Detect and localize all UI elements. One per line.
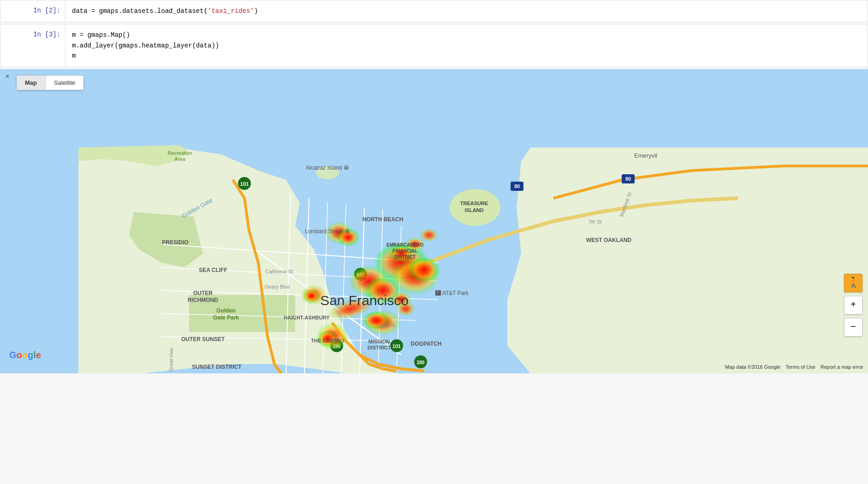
terms-of-use-link[interactable]: Terms of Use — [785, 364, 815, 370]
hwy-80-text-1: 80 — [514, 183, 520, 189]
cell-3-content: m = gmaps.Map() m.add_layer(gmaps.heatma… — [65, 24, 868, 66]
label-recreation1: Recreation — [167, 150, 192, 156]
label-embarcadero3: DISTRICT — [394, 254, 416, 260]
hwy-101-text-3: 101 — [392, 343, 401, 349]
map-output: × — [0, 69, 868, 373]
satellite-tab[interactable]: Satellite — [46, 76, 83, 90]
sf-peninsula — [78, 148, 397, 373]
google-logo: Google — [9, 350, 41, 360]
map-tab[interactable]: Map — [17, 76, 45, 90]
label-sea-cliff: SEA CLIFF — [199, 267, 227, 273]
label-haight: HAIGHT-ASHBURY — [284, 315, 330, 320]
google-g: G — [9, 350, 17, 360]
label-great-hwy: Great Hwy — [168, 347, 174, 371]
label-california-st: California St — [265, 269, 293, 274]
hwy-80-text-2: 80 — [625, 176, 631, 182]
label-dogpatch: DOGPATCH — [411, 341, 442, 347]
code-text: data = gmaps.datasets.load_dataset( — [72, 7, 208, 15]
pegman-button[interactable]: 🚶 — [844, 274, 862, 292]
label-castro: THE CASTRO — [311, 338, 344, 343]
code-line-2: m.add_layer(gmaps.heatmap_layer(data)) — [72, 41, 861, 51]
map-type-control: Map Satellite — [17, 76, 83, 90]
heatspot-haight2 — [303, 289, 320, 303]
map-svg: 101 101 101 80 80 280 280 1 — [0, 69, 868, 373]
report-map-error-link[interactable]: Report a map error — [820, 364, 863, 370]
label-sunset: SUNSET DISTRICT — [192, 364, 242, 370]
label-outer-richmond2: RICHMOND — [188, 297, 218, 303]
close-button[interactable]: × — [3, 72, 12, 81]
label-att-park: 🅿 AT&T Park — [435, 290, 469, 296]
code-paren: ) — [254, 7, 258, 15]
label-mission1: MISSION — [369, 339, 390, 344]
label-lombard: Lombard Street 🏛 — [305, 228, 350, 235]
zoom-in-button[interactable]: + — [844, 296, 862, 314]
east-bay — [507, 148, 868, 373]
label-north-beach: NORTH BEACH — [363, 216, 404, 223]
label-emeryville: Emeryvil — [634, 152, 657, 159]
label-geary: Geary Blvd — [265, 284, 290, 289]
heatspot-soma2 — [408, 257, 440, 283]
code-string: 'taxi_rides' — [208, 7, 254, 15]
label-gg-park2: Gate Park — [213, 314, 239, 321]
label-bernal: BERNAL HEIGHTS — [345, 373, 393, 373]
label-gg-park1: Golden — [216, 307, 235, 314]
label-sf-main: San Francisco — [320, 293, 409, 308]
map-container[interactable]: 101 101 101 80 80 280 280 1 — [0, 69, 868, 373]
cell-2: In [2]: data = gmaps.datasets.load_datas… — [0, 0, 868, 22]
map-controls-right: 🚶 + − — [844, 274, 862, 336]
code-line-1: m = gmaps.Map() — [72, 30, 861, 40]
label-embarcadero1: EMBARCADERO — [386, 242, 423, 248]
hwy-101-text-1: 101 — [240, 181, 249, 187]
cell-2-content: data = gmaps.datasets.load_dataset('taxi… — [65, 0, 868, 22]
label-embarcadero2: FINANCIAL — [392, 248, 417, 254]
cell-3-prompt: In [3]: — [0, 24, 65, 45]
map-data-copyright: Map data ©2016 Google — [725, 364, 780, 370]
label-presidio: PRESIDIO — [162, 239, 188, 246]
google-g2: g — [28, 350, 33, 360]
code-line-3: m — [72, 51, 861, 61]
google-o2: o — [22, 350, 28, 360]
map-attribution: Map data ©2016 Google Terms of Use Repor… — [725, 364, 863, 370]
label-7th-st: 7th St — [589, 219, 602, 224]
label-west-oakland: WEST OAKLAND — [586, 237, 631, 243]
label-16th: 16th St — [380, 323, 396, 328]
zoom-out-button[interactable]: − — [844, 318, 862, 336]
label-alcatraz: Alcatraz Island 🏛 — [306, 165, 349, 171]
notebook: In [2]: data = gmaps.datasets.load_datas… — [0, 0, 868, 373]
label-outer-richmond1: OUTER — [193, 290, 213, 296]
label-treasure-island2: ISLAND — [465, 207, 484, 213]
hwy-280-text-1: 280 — [417, 360, 425, 365]
cell-3: In [3]: m = gmaps.Map() m.add_layer(gmap… — [0, 24, 868, 67]
cell-2-prompt: In [2]: — [0, 0, 65, 21]
label-treasure-island: TREASURE — [460, 201, 488, 206]
google-e: e — [36, 350, 41, 360]
label-outer-sunset: OUTER SUNSET — [181, 336, 225, 342]
label-recreation2: Area — [174, 156, 185, 162]
google-o1: o — [17, 350, 22, 360]
heatspot-ne3 — [420, 228, 438, 242]
label-mission2: DISTRICT — [368, 345, 391, 350]
